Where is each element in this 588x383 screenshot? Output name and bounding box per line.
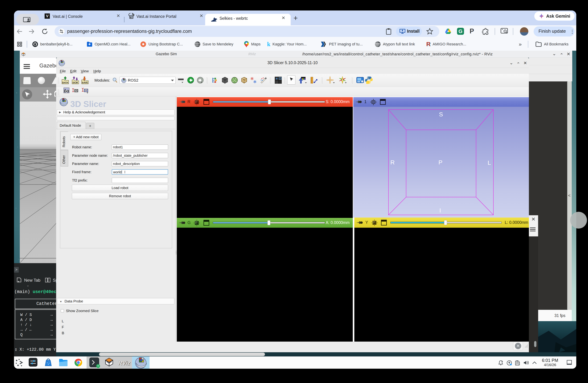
svg-text:R: R bbox=[390, 159, 395, 166]
svg-text:P: P bbox=[439, 159, 442, 166]
svg-text:L: L bbox=[488, 159, 491, 166]
svg-text:DATA: DATA bbox=[62, 81, 68, 84]
svg-text:SAVE: SAVE bbox=[82, 81, 88, 84]
svg-text:S: S bbox=[439, 111, 443, 118]
svg-text:I: I bbox=[439, 207, 441, 214]
svg-text:DCM: DCM bbox=[73, 81, 78, 84]
svg-text:✻: ✻ bbox=[253, 80, 256, 84]
